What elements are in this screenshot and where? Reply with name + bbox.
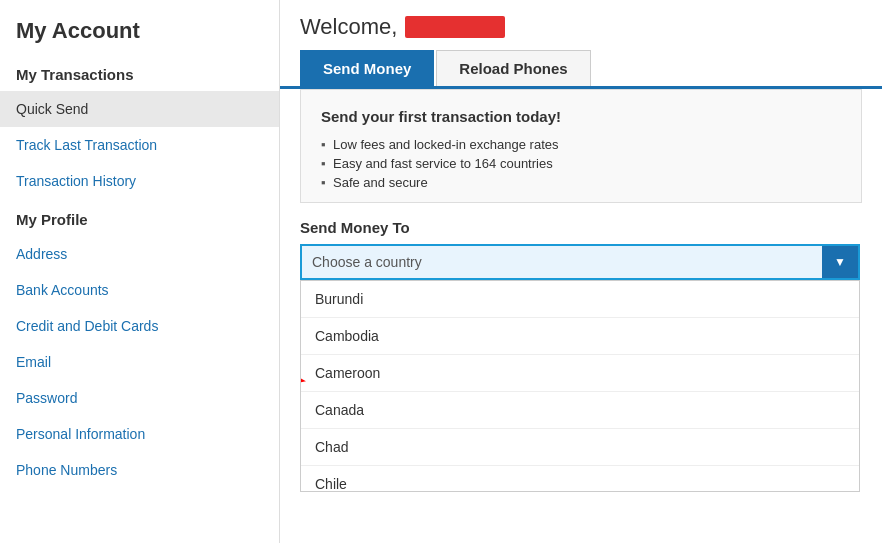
sidebar-item-credit-debit-cards[interactable]: Credit and Debit Cards	[0, 308, 279, 344]
promo-bullet-3: Safe and secure	[321, 173, 841, 192]
sidebar: My Account My Transactions Quick Send Tr…	[0, 0, 280, 543]
dropdown-arrow-button[interactable]: ▼	[822, 246, 858, 278]
promo-list: Low fees and locked-in exchange rates Ea…	[321, 135, 841, 192]
tabs-container: Send Money Reload Phones	[280, 50, 882, 89]
list-item-canada[interactable]: Canada	[301, 392, 859, 429]
country-dropdown-container: Choose a country ▼ Burundi Cambodia Came…	[300, 244, 860, 492]
list-item-cambodia[interactable]: Cambodia	[301, 318, 859, 355]
tab-send-money[interactable]: Send Money	[300, 50, 434, 86]
list-item-chile[interactable]: Chile	[301, 466, 859, 491]
sidebar-item-phone-numbers[interactable]: Phone Numbers	[0, 452, 279, 488]
main-content: Welcome, Send Money Reload Phones Send y…	[280, 0, 882, 543]
chevron-down-icon: ▼	[834, 255, 846, 269]
welcome-text: Welcome,	[300, 14, 397, 40]
dropdown-placeholder-text: Choose a country	[302, 254, 822, 270]
sidebar-item-bank-accounts[interactable]: Bank Accounts	[0, 272, 279, 308]
tab-reload-phones[interactable]: Reload Phones	[436, 50, 590, 86]
country-dropdown-bar[interactable]: Choose a country ▼	[300, 244, 860, 280]
sidebar-item-track-last-transaction[interactable]: Track Last Transaction	[0, 127, 279, 163]
sidebar-section-my-profile: My Profile	[0, 199, 279, 236]
send-to-label: Send Money To	[300, 219, 862, 236]
sidebar-item-transaction-history[interactable]: Transaction History	[0, 163, 279, 199]
promo-title: Send your first transaction today!	[321, 108, 841, 125]
sidebar-item-quick-send[interactable]: Quick Send	[0, 91, 279, 127]
list-item-cameroon[interactable]: Cameroon	[301, 355, 859, 392]
sidebar-title: My Account	[0, 0, 279, 54]
welcome-name-redacted	[405, 16, 505, 38]
send-money-to-section: Send Money To Choose a country ▼ Burundi…	[280, 203, 882, 492]
promo-box: Send your first transaction today! Low f…	[300, 89, 862, 203]
sidebar-item-password[interactable]: Password	[0, 380, 279, 416]
list-item-chad[interactable]: Chad	[301, 429, 859, 466]
sidebar-item-address[interactable]: Address	[0, 236, 279, 272]
list-item-burundi[interactable]: Burundi	[301, 281, 859, 318]
country-dropdown-list: Burundi Cambodia Cameroon	[300, 280, 860, 492]
sidebar-item-personal-information[interactable]: Personal Information	[0, 416, 279, 452]
welcome-bar: Welcome,	[280, 0, 882, 50]
promo-bullet-1: Low fees and locked-in exchange rates	[321, 135, 841, 154]
sidebar-section-my-transactions: My Transactions	[0, 54, 279, 91]
promo-bullet-2: Easy and fast service to 164 countries	[321, 154, 841, 173]
dropdown-list-inner[interactable]: Burundi Cambodia Cameroon	[301, 281, 859, 491]
sidebar-item-email[interactable]: Email	[0, 344, 279, 380]
